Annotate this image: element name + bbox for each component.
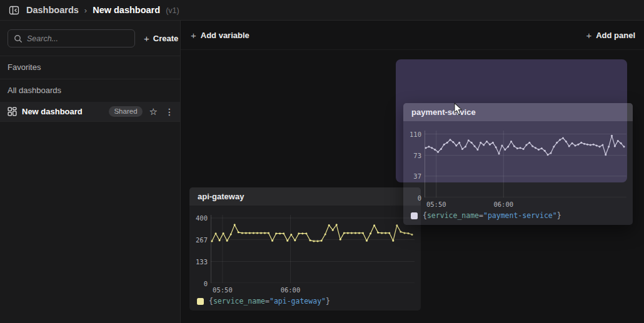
panel-title: api-gateway [198, 192, 244, 201]
search-input[interactable] [27, 34, 129, 43]
favorites-section-label: Favorites [0, 56, 180, 79]
breadcrumb: Dashboards › New dashboard (v1) [26, 5, 179, 15]
canvas-toolbar: + Add variable + Add panel [181, 21, 644, 50]
dashboard-name: New dashboard [22, 107, 104, 116]
panel-header-drag-handle[interactable]: payment-service [403, 103, 633, 121]
star-icon[interactable]: ☆ [149, 107, 158, 116]
sidebar-divider [0, 121, 180, 122]
kebab-menu-icon[interactable]: ⋮ [165, 107, 174, 116]
panel-title: payment-service [411, 107, 476, 117]
x-axis-labels: 05:5006:00 [211, 286, 415, 294]
create-button-label: Create [153, 34, 178, 43]
breadcrumb-dashboards-link[interactable]: Dashboards [26, 5, 79, 15]
add-variable-button[interactable]: + Add variable [191, 31, 249, 40]
panel-header-drag-handle[interactable]: api-gateway [189, 187, 421, 206]
y-axis-labels: 03773110 [403, 131, 421, 197]
sidebar-search-row: + Create [0, 21, 180, 56]
add-panel-button[interactable]: + Add panel [586, 31, 635, 40]
legend-swatch [197, 298, 204, 305]
breadcrumb-current-page: New dashboard [93, 5, 160, 15]
dashboard-canvas: + Add variable + Add panel api-gateway 0… [181, 21, 644, 323]
legend-label: {service_name="api-gateway"} [209, 298, 330, 306]
y-axis-labels: 0133267400 [189, 215, 208, 283]
api-gateway-plot-area [211, 215, 415, 283]
plus-icon: + [144, 34, 149, 43]
payment-service-plot-area [425, 131, 626, 197]
legend-item[interactable]: {service_name="payment-service"} [411, 211, 561, 221]
panel-payment-service[interactable]: payment-service 03773110 05:5006:00 {ser… [403, 103, 633, 225]
sidebar: + Create Favorites All dashboards New da… [0, 21, 181, 323]
panel-api-gateway[interactable]: api-gateway 0133267400 05:5006:00 {servi… [189, 187, 421, 311]
x-axis-labels: 05:5006:00 [425, 200, 626, 208]
sidebar-toggle-icon[interactable] [8, 4, 20, 16]
add-variable-label: Add variable [201, 31, 249, 40]
legend-swatch [411, 212, 418, 219]
dashboard-grid-icon [8, 107, 17, 116]
dashboard-version-label: (v1) [166, 6, 179, 15]
shared-badge: Shared [109, 106, 142, 117]
search-icon [14, 34, 23, 43]
dashboard-list-item-new-dashboard[interactable]: New dashboard Shared ☆ ⋮ [0, 102, 180, 121]
legend-item[interactable]: {service_name="api-gateway"} [197, 297, 330, 306]
top-header: Dashboards › New dashboard (v1) [0, 0, 644, 21]
all-dashboards-section-label: All dashboards [0, 79, 180, 102]
breadcrumb-separator-icon: › [84, 6, 87, 15]
create-button[interactable]: + Create [141, 34, 181, 43]
search-box[interactable] [8, 29, 135, 47]
plus-icon: + [586, 31, 591, 40]
plus-icon: + [191, 31, 196, 40]
legend-label: {service_name="payment-service"} [423, 212, 561, 220]
add-panel-label: Add panel [596, 31, 635, 40]
